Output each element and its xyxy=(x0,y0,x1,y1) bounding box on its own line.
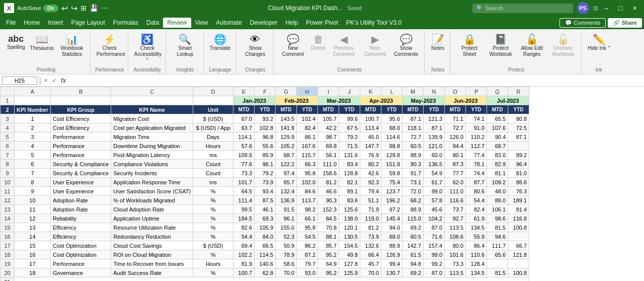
cell-a1[interactable] xyxy=(15,96,51,105)
protect-workbook-btn[interactable]: 📓 Protect Workbook xyxy=(486,33,516,58)
cell-g1[interactable]: Feb-2023 xyxy=(276,96,318,105)
col-r[interactable]: R xyxy=(508,87,529,96)
prev-comment-btn[interactable]: ◀ Previous Comment xyxy=(329,33,359,58)
col-c[interactable]: C xyxy=(111,87,193,96)
share-button[interactable]: 🔗 Share xyxy=(608,18,642,28)
col-k[interactable]: K xyxy=(360,87,381,96)
col-e[interactable]: E xyxy=(233,87,255,96)
save-icon[interactable]: 💾 xyxy=(90,4,98,12)
hide-ink-btn[interactable]: ✏️ Hide Ink ˅ xyxy=(586,33,612,52)
col-n[interactable]: N xyxy=(424,87,445,96)
confirm-formula-icon[interactable]: ✓ xyxy=(51,77,58,84)
col-b[interactable]: B xyxy=(50,87,111,96)
cell-i2[interactable]: MTD xyxy=(318,105,339,114)
user-avatar[interactable]: PS xyxy=(577,2,589,14)
protect-sheet-btn[interactable]: 🔒 Protect Sheet xyxy=(454,33,485,58)
menu-item-pagelayout[interactable]: Page Layout xyxy=(67,18,109,28)
search-box[interactable]: 🔍 Search xyxy=(472,4,573,13)
check-performance-btn[interactable]: ⚡ Check Performance xyxy=(95,33,125,58)
redo-btn[interactable]: ↪ xyxy=(71,4,77,13)
new-comment-btn[interactable]: 💬 New Comment xyxy=(278,33,308,58)
cell-m1[interactable]: May-2023 xyxy=(403,96,445,105)
cell-f2[interactable]: YTD xyxy=(255,105,276,114)
cell-k1[interactable]: Apr-2023 xyxy=(360,96,403,105)
ribbon-display-icon[interactable]: ⊡ xyxy=(593,5,598,12)
cell-p2[interactable]: YTD xyxy=(466,105,487,114)
cell-c1[interactable] xyxy=(111,96,193,105)
protect-workbook-icon: 📓 xyxy=(495,34,507,44)
cell-d2[interactable]: Unit xyxy=(193,105,233,114)
cell-r2[interactable]: YTD xyxy=(508,105,529,114)
workbook-statistics-btn[interactable]: 📊 Workbook Statistics xyxy=(57,33,87,58)
minimize-btn[interactable]: – xyxy=(602,4,612,12)
row-2-header[interactable]: 2 xyxy=(1,105,15,114)
undo-btn[interactable]: ↩ xyxy=(61,4,68,13)
cell-a2[interactable]: KPI Number xyxy=(15,105,51,114)
menu-item-data[interactable]: Data xyxy=(142,18,163,28)
translate-btn[interactable]: 🌐 Translate xyxy=(208,33,232,52)
col-g[interactable]: G xyxy=(276,87,297,96)
cell-h2[interactable]: YTD xyxy=(297,105,318,114)
formula-input[interactable] xyxy=(69,78,642,84)
cell-q1[interactable]: Jul-2023 xyxy=(487,96,529,105)
comments-button[interactable]: 💬 Comments xyxy=(559,18,606,28)
check-accessibility-btn[interactable]: ♿ Check Accessibility ˅ xyxy=(132,33,163,64)
spelling-btn[interactable]: abc Spelling xyxy=(5,33,27,51)
cell-d1[interactable] xyxy=(193,96,233,105)
cell-g2[interactable]: MTD xyxy=(276,105,297,114)
thesaurus-btn[interactable]: 📖 Thesaurus xyxy=(28,33,56,52)
col-l[interactable]: L xyxy=(381,87,403,96)
cell-m2[interactable]: MTD xyxy=(403,105,424,114)
cell-i1[interactable]: Mar-2023 xyxy=(318,96,360,105)
menu-item-powerpivot[interactable]: Power Pivot xyxy=(302,18,342,28)
cancel-formula-icon[interactable]: × xyxy=(43,77,49,84)
allow-edit-ranges-btn[interactable]: 🔓 Allow Edit Ranges xyxy=(517,33,547,58)
col-j[interactable]: J xyxy=(339,87,360,96)
col-d[interactable]: D xyxy=(193,87,233,96)
menu-item-file[interactable]: File xyxy=(2,18,20,28)
cell-c2[interactable]: KPI Name xyxy=(111,105,193,114)
menu-item-home[interactable]: Home xyxy=(20,18,44,28)
cell-o1[interactable]: Jun-2023 xyxy=(445,96,487,105)
more-tools-icon[interactable]: ⋯ xyxy=(101,4,108,12)
menu-item-review[interactable]: Review xyxy=(163,18,191,28)
close-btn[interactable]: × xyxy=(630,4,640,12)
autosave-state[interactable]: On xyxy=(43,5,58,12)
cell-k2[interactable]: MTD xyxy=(360,105,381,114)
notes-btn[interactable]: 📝 Notes xyxy=(429,33,447,52)
show-comments-btn[interactable]: 💬 Show Comments xyxy=(391,33,421,58)
menu-item-formulas[interactable]: Formulas xyxy=(109,18,142,28)
unshare-workbook-btn[interactable]: 🔓 Unshare Workbook xyxy=(548,33,578,58)
col-m[interactable]: M xyxy=(403,87,424,96)
col-p[interactable]: P xyxy=(466,87,487,96)
row-1-header[interactable]: 1 xyxy=(1,96,15,105)
menu-item-help[interactable]: Help xyxy=(281,18,302,28)
cell-q2[interactable]: MTD xyxy=(487,105,508,114)
cell-e1[interactable]: Jan-2023 xyxy=(233,96,276,105)
col-a[interactable]: A xyxy=(15,87,51,96)
col-o[interactable]: O xyxy=(445,87,466,96)
cell-e2[interactable]: MTD xyxy=(233,105,255,114)
maximize-btn[interactable]: □ xyxy=(615,4,625,12)
menu-item-developer[interactable]: Developer xyxy=(246,18,282,28)
cell-o2[interactable]: MTD xyxy=(445,105,466,114)
cell-b2[interactable]: KPI Group xyxy=(50,105,111,114)
show-changes-btn[interactable]: 👁 Show Changes xyxy=(240,33,270,58)
col-f[interactable]: F xyxy=(255,87,276,96)
cell-b1[interactable] xyxy=(50,96,111,105)
menu-item-view[interactable]: View xyxy=(191,18,212,28)
name-box[interactable] xyxy=(2,77,37,85)
menu-item-utility[interactable]: PK's Utility Tool V3.0 xyxy=(342,18,406,28)
smart-lookup-btn[interactable]: 🔍 Smart Lookup xyxy=(170,33,200,58)
next-comment-btn[interactable]: ▶ Next Comment xyxy=(360,33,390,58)
menu-item-automate[interactable]: Automate xyxy=(212,18,246,28)
function-icon[interactable]: fx xyxy=(60,77,67,84)
col-i[interactable]: I xyxy=(318,87,339,96)
cell-j2[interactable]: YTD xyxy=(339,105,360,114)
col-h[interactable]: H xyxy=(297,87,318,96)
menu-item-insert[interactable]: Insert xyxy=(44,18,67,28)
delete-comment-btn[interactable]: 🗑 Delete xyxy=(309,33,328,52)
col-q[interactable]: Q xyxy=(487,87,508,96)
cell-n2[interactable]: YTD xyxy=(424,105,445,114)
cell-l2[interactable]: YTD xyxy=(381,105,403,114)
